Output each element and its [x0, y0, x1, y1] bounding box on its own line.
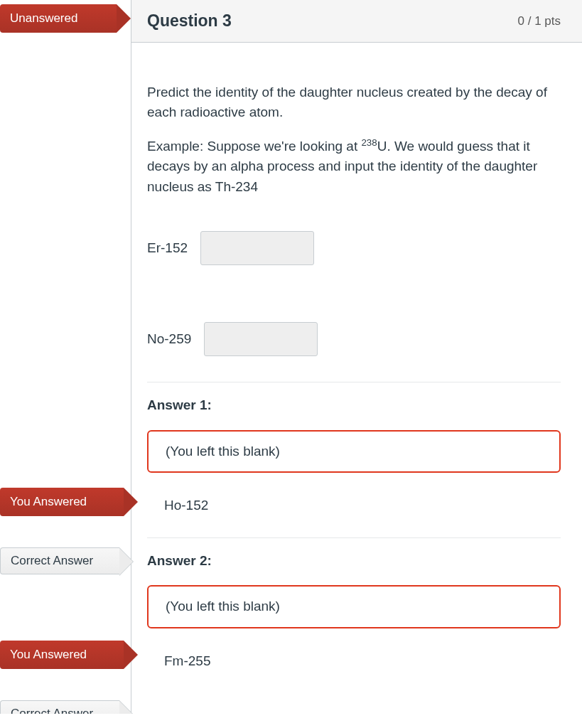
question-title: Question 3	[147, 9, 232, 33]
example-element: U	[377, 139, 387, 154]
question-example: Example: Suppose we're looking at 238U. …	[147, 136, 561, 198]
tag-label: You Answered	[10, 493, 87, 511]
tag-label: Correct Answer	[11, 552, 93, 570]
blank-row-1: Er-152	[147, 231, 561, 265]
blank-row-2: No-259	[147, 322, 561, 356]
status-tag-you-answered-1: You Answered	[0, 488, 124, 516]
answer-block-2: Answer 2: (You left this blank) Fm-255	[147, 551, 561, 687]
blank-label: Er-152	[147, 238, 188, 259]
question-prompt: Predict the identity of the daughter nuc…	[147, 82, 561, 123]
answer-block-1: Answer 1: (You left this blank) Ho-152	[147, 395, 561, 532]
status-tag-correct-answer-2: Correct Answer	[0, 700, 119, 714]
divider	[147, 382, 561, 382]
tag-label: Unanswered	[10, 9, 77, 28]
correct-answer-value: Fm-255	[147, 648, 561, 687]
question-panel: Question 3 0 / 1 pts Predict the identit…	[131, 0, 582, 714]
status-tag-correct-answer-1: Correct Answer	[0, 547, 119, 574]
answer-heading: Answer 2:	[147, 551, 561, 572]
divider	[147, 537, 561, 538]
user-answer-box: (You left this blank)	[147, 585, 561, 628]
status-tag-you-answered-2: You Answered	[0, 641, 124, 669]
tag-label: Correct Answer	[11, 705, 93, 714]
correct-answer-value: Ho-152	[147, 493, 561, 532]
example-prefix: Example: Suppose we're looking at	[147, 139, 361, 154]
question-header: Question 3 0 / 1 pts	[131, 0, 582, 43]
answer-heading: Answer 1:	[147, 395, 561, 416]
user-answer-box: (You left this blank)	[147, 430, 561, 473]
blank-input-1[interactable]	[200, 231, 314, 265]
blank-label: No-259	[147, 329, 191, 350]
status-tag-unanswered: Unanswered	[0, 4, 117, 33]
question-body: Predict the identity of the daughter nuc…	[131, 43, 582, 714]
question-points: 0 / 1 pts	[518, 12, 561, 31]
blank-input-2[interactable]	[204, 322, 318, 356]
tag-label: You Answered	[10, 646, 87, 664]
example-mass-number: 238	[361, 137, 377, 148]
